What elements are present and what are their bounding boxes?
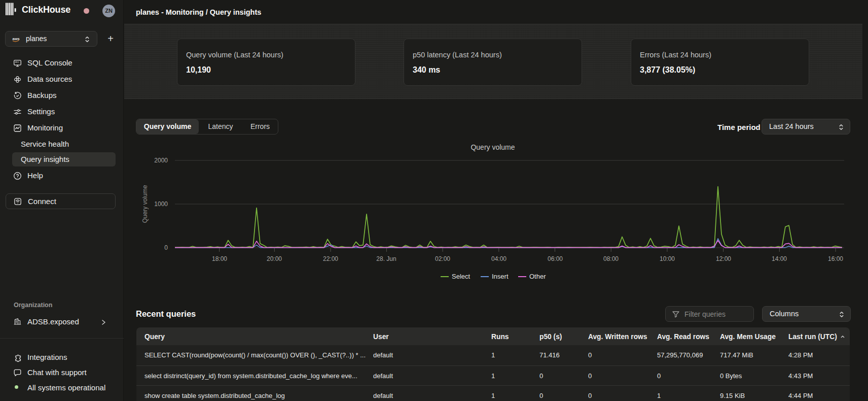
svg-text:02:00: 02:00	[435, 255, 450, 262]
svg-text:Query volume: Query volume	[141, 185, 149, 223]
svg-text:Select: Select	[452, 273, 471, 280]
svg-text:12:00: 12:00	[716, 255, 731, 262]
svg-text:22:00: 22:00	[323, 255, 338, 262]
svg-text:1000: 1000	[154, 201, 168, 208]
svg-text:2000: 2000	[154, 157, 168, 164]
svg-text:aws: aws	[13, 37, 20, 41]
svg-text:14:00: 14:00	[772, 255, 787, 262]
svg-text:28. Jun: 28. Jun	[376, 255, 396, 262]
svg-text:Query volume: Query volume	[471, 143, 515, 151]
svg-text:Insert: Insert	[492, 273, 509, 280]
svg-text:Other: Other	[529, 273, 546, 280]
svg-text:0: 0	[164, 244, 168, 251]
svg-text:16:00: 16:00	[828, 255, 843, 262]
svg-text:08:00: 08:00	[603, 255, 619, 262]
svg-text:20:00: 20:00	[267, 255, 282, 262]
svg-text:06:00: 06:00	[548, 255, 563, 262]
svg-text:04:00: 04:00	[491, 255, 507, 262]
svg-text:10:00: 10:00	[660, 255, 675, 262]
svg-text:18:00: 18:00	[212, 255, 227, 262]
